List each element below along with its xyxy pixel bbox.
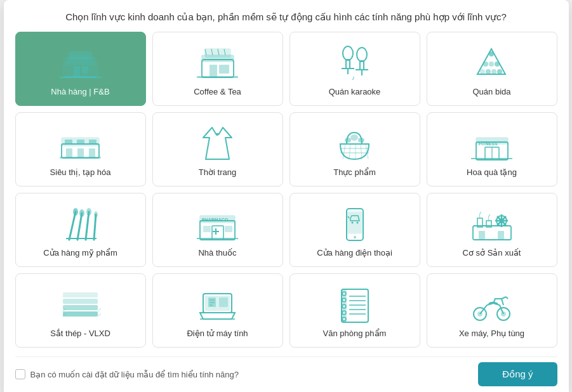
svg-text:♪: ♪ [352,74,355,81]
svg-text:FITNESS: FITNESS [479,141,498,146]
svg-point-53 [358,138,364,143]
card-stationery[interactable]: Văn phòng phẩm [289,273,420,348]
card-electronics[interactable]: Điện tử máy tính [152,273,283,348]
card-label-karaoke: Quán karaoke [329,87,381,96]
card-label-gift: Hoa quà tặng [467,167,517,177]
card-manufacture[interactable]: Cơ sở Sản xuất [427,193,557,267]
electronics-icon [196,285,240,323]
card-label-electronics: Điện tử máy tính [187,329,248,338]
svg-point-31 [480,69,485,74]
svg-point-65 [86,208,91,216]
food-icon [333,124,377,162]
svg-rect-22 [360,61,364,70]
svg-rect-97 [63,299,98,304]
svg-line-62 [77,213,82,240]
svg-rect-72 [212,226,223,240]
svg-line-127 [502,297,506,299]
card-pharmacy[interactable]: PHARMACO Nhà thuốc [152,193,283,267]
card-label-pharmacy: Nhà thuốc [198,248,236,258]
svg-rect-39 [89,148,95,158]
card-label-manufacture: Cơ sở Sản xuất [463,248,521,258]
card-motorbike[interactable]: Xe máy, Phụ tùng [427,273,557,348]
svg-rect-40 [60,157,101,159]
svg-rect-95 [63,311,98,317]
svg-rect-93 [479,231,485,240]
card-label-bida: Quán bida [473,87,511,96]
svg-point-82 [357,221,359,223]
svg-line-66 [94,214,96,240]
svg-rect-43 [89,140,96,144]
svg-rect-11 [219,65,229,74]
fashion-icon [196,124,240,162]
svg-rect-2 [69,52,91,60]
card-label-food: Thực phẩm [333,167,376,177]
card-label-fashion: Thời trang [199,167,236,177]
card-supermarket[interactable]: Siêu thị, tạp hóa [15,112,146,186]
card-label-cosmetics: Cửa hàng mỹ phẩm [43,248,117,258]
motorbike-icon [470,285,514,323]
card-food[interactable]: Thực phẩm [289,112,420,186]
svg-rect-38 [77,148,84,158]
modal-header: Chọn lĩnh vực kinh doanh của bạn, phần m… [15,11,557,23]
business-type-modal: Chọn lĩnh vực kinh doanh của bạn, phần m… [4,0,569,392]
svg-line-64 [86,212,89,240]
svg-point-33 [491,69,496,74]
card-label-stationery: Văn phòng phẩm [323,329,387,338]
svg-line-100 [98,308,101,311]
svg-text:PHARMACO: PHARMACO [202,218,229,222]
bida-icon [470,44,514,82]
card-fnb[interactable]: Nhà hàng | F&B [15,32,146,106]
svg-point-51 [345,138,351,143]
card-gift[interactable]: FITNESS Hoa quà tặng [427,112,557,186]
card-phone[interactable]: Cửa hàng điện thoại [289,193,420,267]
pharmacy-icon: PHARMACO [196,205,240,243]
footer-left: Bạn có muốn cài đặt dữ liệu mẫu để tìm h… [15,369,239,379]
svg-rect-4 [82,66,88,74]
phone-icon [333,205,377,243]
svg-point-30 [495,62,500,67]
svg-point-67 [94,211,98,218]
svg-point-17 [343,46,353,60]
svg-rect-94 [498,231,504,240]
svg-point-61 [73,208,78,216]
footer-text: Bạn có muốn cài đặt dữ liệu mẫu để tìm h… [30,370,239,379]
svg-line-102 [98,313,101,317]
svg-line-47 [349,144,350,159]
svg-rect-98 [63,292,98,297]
svg-rect-79 [348,212,362,233]
svg-point-34 [497,69,502,74]
karaoke-icon: ♪ [333,44,377,82]
card-label-fnb: Nhà hàng | F&B [51,87,109,96]
business-type-grid: Nhà hàng | F&B Coffee & Tea [15,32,557,348]
card-label-supermarket: Siêu thị, tạp hóa [50,167,111,177]
card-label-coffee: Coffee & Tea [194,87,241,96]
svg-point-21 [357,48,367,62]
confirm-button[interactable]: Đồng ý [478,362,557,386]
card-cosmetics[interactable]: Cửa hàng mỹ phẩm [15,193,146,267]
svg-point-81 [352,221,354,223]
card-steel[interactable]: Sắt thép - VLXD [15,273,146,348]
svg-rect-37 [66,148,72,158]
fnb-icon [58,44,103,82]
sample-data-checkbox[interactable] [15,369,25,379]
svg-rect-73 [203,226,211,232]
stationery-icon [333,285,377,323]
svg-rect-18 [346,60,350,69]
card-fashion[interactable]: Thời trang [152,112,283,186]
svg-rect-109 [219,297,228,307]
card-coffee[interactable]: Coffee & Tea [152,32,283,106]
card-label-motorbike: Xe máy, Phụ tùng [459,329,524,338]
manufacture-icon [470,205,514,243]
card-bida[interactable]: Quán bida [427,32,557,106]
svg-point-32 [486,69,491,74]
svg-rect-10 [210,65,217,77]
svg-point-28 [483,62,488,67]
svg-rect-3 [74,66,80,77]
svg-line-49 [361,144,362,159]
svg-rect-41 [65,140,72,144]
coffee-icon [196,44,240,82]
card-karaoke[interactable]: ♪ Quán karaoke [289,32,420,106]
card-label-steel: Sắt thép - VLXD [50,329,110,338]
svg-line-128 [506,297,508,299]
svg-point-52 [350,134,358,141]
